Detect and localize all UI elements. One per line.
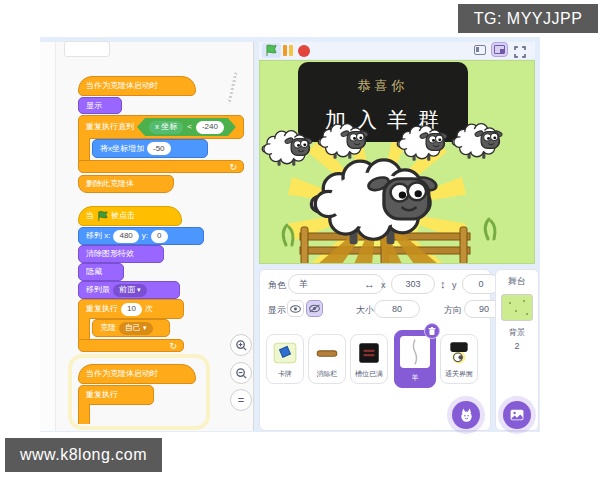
block-label: 移到最 <box>86 286 110 294</box>
block-label: 当作为克隆体启动时 <box>86 82 158 90</box>
block-label: 显示 <box>86 102 102 110</box>
sprite-tile-eliminate-bar[interactable]: 消除栏 <box>308 334 346 384</box>
block-repeat-until[interactable]: 重复执行直到 x 坐标 < -240 <box>78 115 244 139</box>
backdrop-thumbnail[interactable] <box>501 294 533 321</box>
block-label: 重复执行 <box>86 305 118 313</box>
sprite-tile-label: 卡牌 <box>278 369 292 379</box>
block-label: 克隆 <box>100 324 116 332</box>
backdrop-specks <box>502 295 534 322</box>
layer-dropdown[interactable]: 前面 <box>113 284 147 297</box>
x-input[interactable]: 303 <box>391 274 435 294</box>
small-stage-button[interactable] <box>474 45 486 55</box>
block-forever[interactable]: 重复执行 <box>78 385 154 405</box>
direction-label: 方向 <box>444 306 462 315</box>
partial-overlay-box <box>64 41 110 57</box>
backdrop-image-icon <box>509 408 525 422</box>
block-label: 删除此克隆体 <box>86 180 134 188</box>
zoom-in-button[interactable] <box>230 334 252 356</box>
backdrops-count: 2 <box>495 342 539 351</box>
add-sprite-button[interactable] <box>452 401 480 429</box>
tg-badge: TG: MYYJJPP <box>458 4 598 33</box>
sprite-tile-label: 羊 <box>412 373 419 383</box>
sprite-name-label: 角色 <box>268 281 286 290</box>
fullscreen-button[interactable] <box>514 44 526 56</box>
add-backdrop-button[interactable] <box>503 401 531 429</box>
change-x-value-input[interactable]: -50 <box>147 142 171 155</box>
cat-face-icon <box>458 407 475 423</box>
operator-label: < <box>187 123 192 131</box>
sprite-tile-label: 通关界面 <box>445 369 473 379</box>
clone-target-dropdown[interactable]: 自己 <box>119 322 153 335</box>
block-repeat-10[interactable]: 重复执行 10 次 <box>78 299 184 319</box>
repeat-bottom <box>78 339 184 352</box>
repeat-until-bottom <box>78 160 244 173</box>
block-label: 次 <box>145 305 153 313</box>
green-flag-button[interactable] <box>262 43 281 58</box>
level-clear-thumbnail <box>446 340 472 366</box>
repeat-times-input[interactable]: 10 <box>121 303 142 316</box>
sprite-tile-card[interactable]: 卡牌 <box>266 334 304 384</box>
y-label: y <box>452 281 457 290</box>
block-label: 当作为克隆体启动时 <box>86 370 158 378</box>
condition-value-input[interactable]: -240 <box>196 121 224 134</box>
width-arrows-icon: ↔ <box>364 279 375 290</box>
size-input[interactable]: 80 <box>374 300 420 318</box>
repeat-until-spine <box>78 138 90 160</box>
block-hide[interactable]: 隐藏 <box>78 263 124 281</box>
delete-sprite-button[interactable] <box>424 323 440 339</box>
block-label: 当 <box>86 212 94 220</box>
pause-button[interactable] <box>283 45 295 56</box>
block-show[interactable]: 显示 <box>78 97 122 114</box>
card-thumbnail <box>272 340 298 366</box>
block-goto-xy[interactable]: 移到 x: 480 y: 0 <box>78 227 204 245</box>
green-flag-icon <box>265 44 278 57</box>
sprite-tile-label: 消除栏 <box>317 369 338 379</box>
block-go-to-front[interactable]: 移到最 前面 <box>78 281 180 299</box>
palette-strip <box>40 42 56 431</box>
eye-slash-icon <box>308 303 321 314</box>
large-stage-icon-fill <box>500 49 504 53</box>
block-when-start-as-clone-1[interactable]: 当作为克隆体启动时 <box>78 76 196 96</box>
repeat-spine <box>78 318 90 339</box>
eye-icon <box>289 304 302 314</box>
watermark-badge: www.k8long.com <box>5 438 162 472</box>
pause-bar <box>289 45 293 56</box>
block-label: 重复执行直到 <box>86 123 134 131</box>
block-clear-effects[interactable]: 清除图形特效 <box>78 245 164 263</box>
small-sheep-2 <box>317 120 371 162</box>
fullscreen-icon <box>514 46 526 58</box>
block-label: 清除图形特效 <box>86 250 134 258</box>
sprite-tile-level-clear[interactable]: 通关界面 <box>440 334 478 384</box>
show-button[interactable] <box>287 300 304 317</box>
backdrops-label: 背景 <box>495 329 539 337</box>
slot-full-thumbnail <box>356 340 382 366</box>
block-when-start-as-clone-2[interactable]: 当作为克隆体启动时 <box>78 364 196 384</box>
small-sheep-3 <box>396 122 450 164</box>
goto-y-input[interactable]: 0 <box>151 230 167 243</box>
equals-icon: = <box>238 394 244 406</box>
x-position-reporter[interactable]: x 坐标 <box>149 121 183 134</box>
large-stage-button[interactable] <box>491 42 508 57</box>
block-change-x[interactable]: 将x坐标增加 -50 <box>92 139 208 158</box>
trash-icon <box>428 327 436 336</box>
block-delete-clone[interactable]: 删除此克隆体 <box>78 175 174 193</box>
bar-thumbnail <box>314 340 340 366</box>
block-label: 重复执行 <box>86 391 118 399</box>
zoom-reset-button[interactable]: = <box>230 389 252 411</box>
zoom-out-button[interactable] <box>230 362 252 384</box>
pause-bar <box>283 45 287 56</box>
small-sheep-4 <box>451 120 505 162</box>
goto-x-input[interactable]: 480 <box>113 230 138 243</box>
block-clone-myself[interactable]: 克隆 自己 <box>92 319 170 337</box>
sheep-thumbnail <box>400 336 430 368</box>
zoom-out-icon <box>235 367 248 380</box>
loop-arrow-icon <box>229 162 237 172</box>
hide-button[interactable] <box>306 300 323 317</box>
sprite-tile-slot-full[interactable]: 槽位已满 <box>350 334 388 384</box>
size-label: 大小 <box>356 306 374 315</box>
chevron-down-icon <box>137 286 141 294</box>
sprite-tile-label: 槽位已满 <box>355 369 383 379</box>
less-than-condition[interactable]: x 坐标 < -240 <box>137 118 236 136</box>
stop-button[interactable] <box>298 45 310 57</box>
block-when-flag-clicked[interactable]: 当 被点击 <box>78 206 182 226</box>
